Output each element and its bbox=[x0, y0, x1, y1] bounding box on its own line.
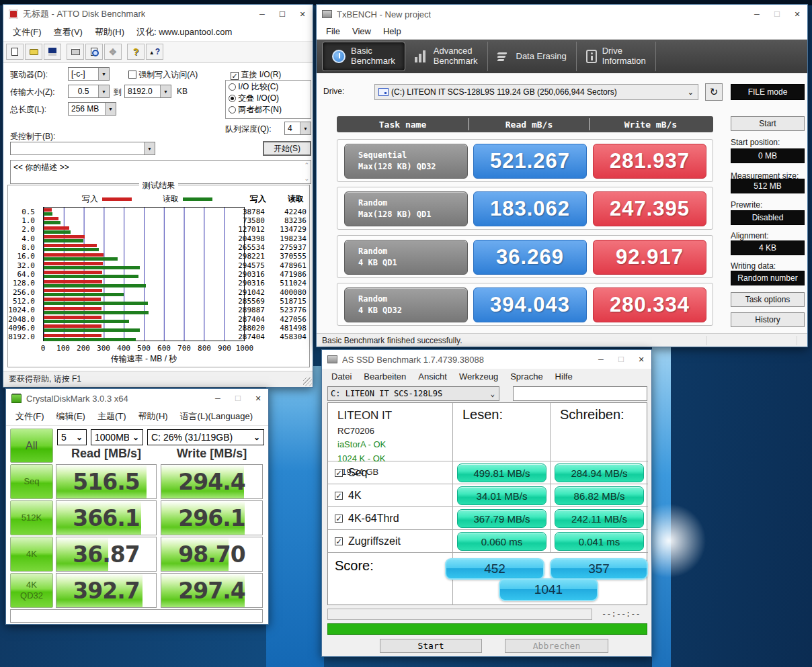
menu-item[interactable]: View bbox=[347, 25, 376, 38]
minimize-button[interactable]: ─ bbox=[252, 5, 272, 24]
save-button[interactable] bbox=[44, 44, 61, 60]
menu-item[interactable]: Help bbox=[378, 25, 407, 38]
maximize-button[interactable]: ☐ bbox=[611, 350, 631, 369]
test-count-select[interactable]: 5 ⌄ bbox=[57, 429, 87, 445]
test-button-512k[interactable]: 512K bbox=[10, 500, 53, 535]
run-all-button[interactable]: All bbox=[10, 429, 53, 463]
menu-item[interactable]: 语言(L)(Language) bbox=[175, 409, 258, 424]
task-button[interactable]: Random4 KB QD32 bbox=[344, 287, 468, 322]
checkbox-icon[interactable]: ✓ bbox=[335, 537, 343, 545]
menu-item[interactable]: 文件(F) bbox=[7, 25, 47, 40]
maximize-button[interactable]: ☐ bbox=[272, 5, 292, 24]
drive-info-line: RC70206 bbox=[337, 425, 452, 438]
checkbox-icon[interactable]: ✓ bbox=[335, 515, 343, 523]
menu-item[interactable]: Werkzeug bbox=[454, 370, 503, 383]
drive-select[interactable]: [-c-] ▼ bbox=[68, 67, 110, 81]
history-button[interactable]: History bbox=[731, 312, 805, 327]
chart-row-label: 2048.0 bbox=[4, 315, 35, 324]
io-mode-radio[interactable]: I/O 比较(C) bbox=[229, 81, 308, 93]
print-preview-button[interactable] bbox=[85, 44, 103, 60]
file-mode-button[interactable]: FILE mode bbox=[731, 84, 805, 100]
task-button[interactable]: Random4 KB QD1 bbox=[344, 240, 468, 275]
total-length-select[interactable]: 256 MB ▼ bbox=[68, 102, 116, 116]
close-button[interactable]: ✕ bbox=[787, 5, 807, 24]
menu-item[interactable]: 编辑(E) bbox=[51, 409, 91, 424]
resize-grip[interactable] bbox=[303, 377, 312, 386]
task-name-line: Max(128 KB) QD32 bbox=[358, 161, 467, 173]
menu-item[interactable]: File bbox=[321, 25, 346, 38]
task-button[interactable]: RandomMax(128 KB) QD1 bbox=[344, 191, 468, 226]
minimize-button[interactable]: ─ bbox=[747, 5, 767, 24]
maximize-button[interactable]: ☐ bbox=[228, 389, 248, 408]
test-button-4k-qd32[interactable]: 4KQD32 bbox=[10, 573, 53, 608]
write-bar bbox=[44, 208, 52, 212]
direct-io-checkbox[interactable]: ✓ 直接 I/O(R) bbox=[231, 69, 281, 81]
target-drive-select[interactable]: C: 26% (31/119GB) ⌄ bbox=[147, 429, 264, 445]
scroll-down-icon[interactable]: ⌄ bbox=[304, 175, 309, 182]
atto-toolbar: ✥ ? ? bbox=[3, 42, 313, 63]
asssd-titlebar[interactable]: AS SSD Benchmark 1.7.4739.38088 ─ ☐ ✕ bbox=[322, 350, 651, 369]
io-mode-radio[interactable]: 交叠 I/O(O) bbox=[229, 93, 308, 104]
menu-item[interactable]: Sprache bbox=[505, 370, 548, 383]
maximize-button[interactable]: ☐ bbox=[767, 5, 787, 24]
tab-data-erasing[interactable]: Data Erasing bbox=[488, 42, 577, 71]
asssd-menubar: DateiBearbeitenAnsichtWerkzeugSpracheHil… bbox=[322, 369, 651, 384]
chart-row-label: 8.0 bbox=[4, 243, 35, 252]
menu-item[interactable]: 查看(V) bbox=[48, 25, 88, 40]
controlled-by-select[interactable]: ▼ bbox=[10, 142, 155, 155]
test-button-seq[interactable]: Seq bbox=[10, 464, 53, 499]
minimize-button[interactable]: ─ bbox=[591, 350, 611, 369]
tab-drive[interactable]: DriveInformation bbox=[577, 42, 656, 71]
task-name-line: 4 KB QD32 bbox=[358, 305, 467, 316]
task-button[interactable]: SequentialMax(128 KB) QD32 bbox=[344, 144, 468, 179]
print-button[interactable] bbox=[67, 44, 84, 60]
write-result-cell: 242.11 MB/s bbox=[551, 507, 648, 530]
drive-select[interactable]: (C:) LITEON IT SCS-128L9S 119.24 GB (250… bbox=[374, 84, 698, 100]
menu-item[interactable]: 帮助(H) bbox=[133, 409, 173, 424]
refresh-button[interactable]: ↻ bbox=[705, 83, 723, 101]
close-button[interactable]: ✕ bbox=[292, 5, 313, 24]
menu-item[interactable]: 帮助(H) bbox=[89, 25, 130, 40]
menu-item[interactable]: 主题(T) bbox=[92, 409, 132, 424]
new-file-button[interactable] bbox=[6, 44, 24, 60]
checkbox-icon[interactable]: ✓ bbox=[335, 492, 343, 500]
io-mode-radio[interactable]: 两者都不(N) bbox=[229, 104, 308, 116]
comment-box[interactable] bbox=[10, 609, 263, 623]
menu-item[interactable]: Datei bbox=[326, 370, 357, 383]
move-button[interactable]: ✥ bbox=[104, 44, 122, 60]
bar bbox=[423, 50, 425, 62]
transfer-from-select[interactable]: 0.5 ▼ bbox=[68, 85, 110, 98]
menu-item[interactable]: 文件(F) bbox=[10, 409, 50, 424]
menu-item[interactable]: Hilfe bbox=[550, 370, 578, 383]
txbench-titlebar[interactable]: TxBENCH - New project ─ ☐ ✕ bbox=[317, 5, 807, 24]
open-file-button[interactable] bbox=[25, 44, 42, 60]
cdm-titlebar[interactable]: CrystalDiskMark 3.0.3 x64 ─ ☐ ✕ bbox=[6, 389, 268, 408]
menu-item[interactable]: Bearbeiten bbox=[358, 370, 411, 383]
test-button-4k[interactable]: 4K bbox=[10, 537, 53, 572]
checkbox-icon[interactable]: ✓ bbox=[335, 469, 343, 477]
tab-basic[interactable]: BasicBenchmark bbox=[322, 42, 405, 71]
atto-titlebar[interactable]: 无标题 - ATTO Disk Benchmark ─ ☐ ✕ bbox=[3, 5, 313, 24]
close-button[interactable]: ✕ bbox=[248, 389, 268, 408]
status-separator bbox=[797, 336, 797, 345]
close-button[interactable]: ✕ bbox=[631, 350, 651, 369]
test-size-select[interactable]: 1000MB ⌄ bbox=[91, 429, 143, 445]
transfer-to-select[interactable]: 8192.0 ▼ bbox=[124, 85, 171, 98]
queue-depth-select[interactable]: 4 ▼ bbox=[284, 122, 311, 135]
help-button[interactable]: ? bbox=[127, 44, 145, 60]
minimize-button[interactable]: ─ bbox=[208, 389, 228, 408]
task-options-button[interactable]: Task options bbox=[731, 292, 805, 307]
start-button[interactable]: 开始(S) bbox=[263, 141, 311, 156]
chart-row-label: 32.0 bbox=[4, 261, 35, 270]
menu-item[interactable]: 汉化: www.upantool.com bbox=[131, 25, 237, 40]
context-help-button[interactable]: ? bbox=[146, 44, 163, 60]
drive-select[interactable]: C: LITEON IT SCS-128L9S ⌄ bbox=[327, 386, 499, 401]
tx-start-button[interactable]: Start bbox=[731, 116, 805, 131]
secondary-input[interactable] bbox=[513, 386, 647, 401]
scroll-up-icon[interactable]: ⌃ bbox=[304, 162, 309, 169]
menu-item[interactable]: Ansicht bbox=[413, 370, 452, 383]
as-cancel-button[interactable]: Abbrechen bbox=[505, 639, 608, 653]
tab-advanced[interactable]: AdvancedBenchmark bbox=[405, 42, 488, 71]
as-start-button[interactable]: Start bbox=[380, 639, 482, 653]
force-write-checkbox[interactable]: 强制写入访问(A) bbox=[128, 69, 198, 81]
